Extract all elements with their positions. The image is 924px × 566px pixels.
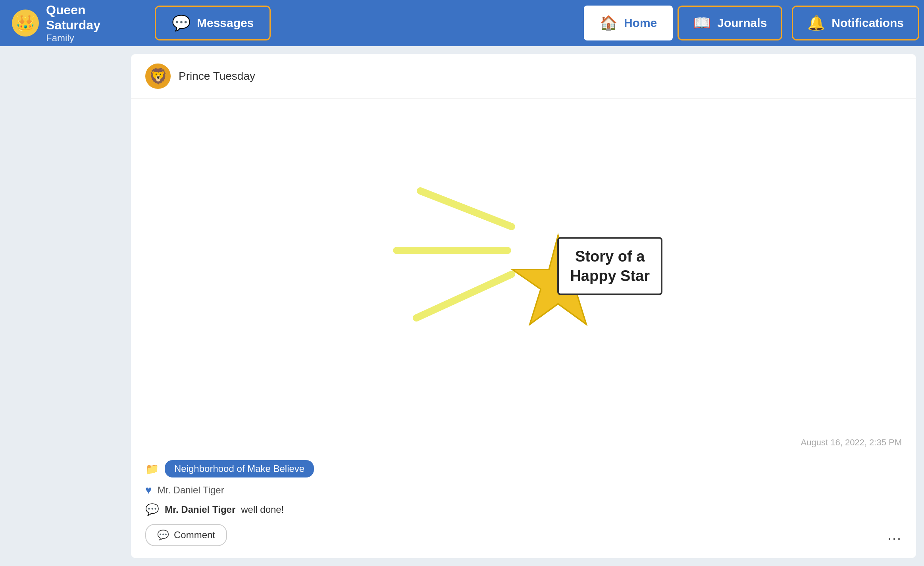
folder-icon: 📁 [145,462,159,476]
messages-icon: 💬 [172,14,191,32]
post-footer: 📁 Neighborhood of Make Believe ♥ Mr. Dan… [131,452,916,558]
tags-row: 📁 Neighborhood of Make Believe [145,460,902,477]
svg-line-2 [416,274,512,318]
post-header: 🦁 Prince Tuesday [131,54,916,99]
content-area: 🦁 Prince Tuesday [131,46,924,566]
sidebar [0,46,131,566]
notifications-icon: 🔔 [807,15,825,31]
comment-btn-label: Comment [174,529,215,541]
comment-author: Mr. Daniel Tiger [165,504,235,515]
nav-home[interactable]: 🏠 Home [584,6,673,40]
home-label: Home [624,16,657,30]
tag-pill: Neighborhood of Make Believe [165,460,314,477]
post-image: Story of a Happy Star [131,99,916,433]
comment-button[interactable]: 💬 Comment [145,524,227,546]
journals-label: Journals [717,16,767,30]
heart-icon: ♥ [145,484,152,497]
nav-area: 🏠 Home 📖 Journals 🔔 Notifications [584,0,924,46]
svg-line-0 [420,191,512,227]
story-title-line1: Story of a Happy Star [570,246,650,286]
nav-notifications[interactable]: 🔔 Notifications [792,6,919,40]
brand-text: Queen Saturday Family [46,2,135,44]
brand-sub: Family [46,33,135,44]
story-title-box: Story of a Happy Star [557,237,662,295]
likes-row: ♥ Mr. Daniel Tiger [145,484,902,497]
post-author-avatar: 🦁 [145,64,171,89]
comment-bubble-icon: 💬 [145,503,159,516]
nav-journals[interactable]: 📖 Journals [678,6,782,40]
brand-avatar: 👑 [12,10,39,37]
brand-name: Queen Saturday [46,2,135,33]
post-author-name: Prince Tuesday [179,70,255,83]
app-header: 👑 Queen Saturday Family 💬 Messages 🏠 Hom… [0,0,924,46]
comments-row: 💬 Mr. Daniel Tiger well done! [145,503,902,516]
home-icon: 🏠 [600,15,618,31]
post-timestamp: August 16, 2022, 2:35 PM [801,437,902,448]
notifications-label: Notifications [832,16,904,30]
timestamp-row: August 16, 2022, 2:35 PM [131,433,916,452]
more-options-button[interactable]: ... [887,527,902,543]
messages-button[interactable]: 💬 Messages [155,6,271,40]
comment-btn-icon: 💬 [157,529,169,541]
messages-label: Messages [197,16,254,30]
actions-row: 💬 Comment ... [145,524,902,546]
liked-by: Mr. Daniel Tiger [158,485,224,496]
main-layout: 🦁 Prince Tuesday [0,46,924,566]
brand-area: 👑 Queen Saturday Family [0,0,147,46]
star-container: Story of a Happy Star [385,187,662,346]
feed-card: 🦁 Prince Tuesday [131,54,916,558]
journals-icon: 📖 [693,15,711,31]
comment-content: well done! [241,504,284,515]
